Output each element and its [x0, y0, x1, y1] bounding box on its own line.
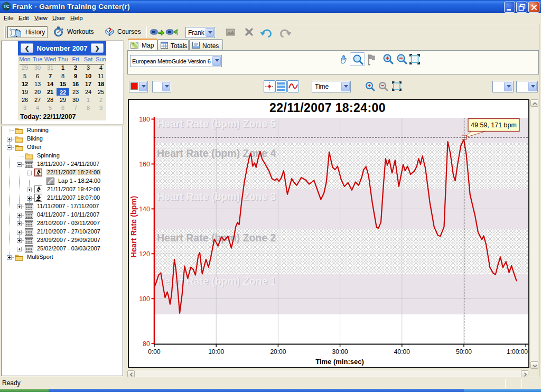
svg-text:Time (min:sec): Time (min:sec) — [315, 358, 364, 366]
svg-text:10:00: 10:00 — [208, 348, 224, 356]
svg-text:49:59, 171 bpm: 49:59, 171 bpm — [471, 122, 517, 129]
svg-text:80: 80 — [143, 340, 150, 348]
svg-text:Heart Rate (bpm) Zone 5: Heart Rate (bpm) Zone 5 — [157, 118, 276, 129]
svg-text:Heart Rate (bpm): Heart Rate (bpm) — [129, 195, 138, 257]
svg-text:50:00: 50:00 — [456, 348, 472, 356]
svg-text:Heart Rate (bpm) Zone 1: Heart Rate (bpm) Zone 1 — [157, 275, 276, 287]
svg-text:30:00: 30:00 — [332, 348, 348, 356]
svg-text:20:00: 20:00 — [270, 348, 286, 356]
svg-text:1:00:00: 1:00:00 — [507, 348, 528, 356]
svg-text:22/11/2007 18:24:00: 22/11/2007 18:24:00 — [269, 101, 386, 115]
svg-text:100: 100 — [139, 295, 150, 303]
svg-text:40:00: 40:00 — [394, 348, 410, 356]
svg-text:160: 160 — [139, 161, 150, 168]
svg-text:120: 120 — [139, 250, 150, 258]
svg-text:140: 140 — [139, 206, 150, 213]
svg-text:0:00: 0:00 — [148, 348, 161, 356]
svg-text:180: 180 — [139, 116, 150, 123]
svg-text:Heart Rate (bpm) Zone 3: Heart Rate (bpm) Zone 3 — [157, 191, 276, 202]
svg-text:Heart Rate (bpm) Zone 2: Heart Rate (bpm) Zone 2 — [157, 232, 276, 244]
